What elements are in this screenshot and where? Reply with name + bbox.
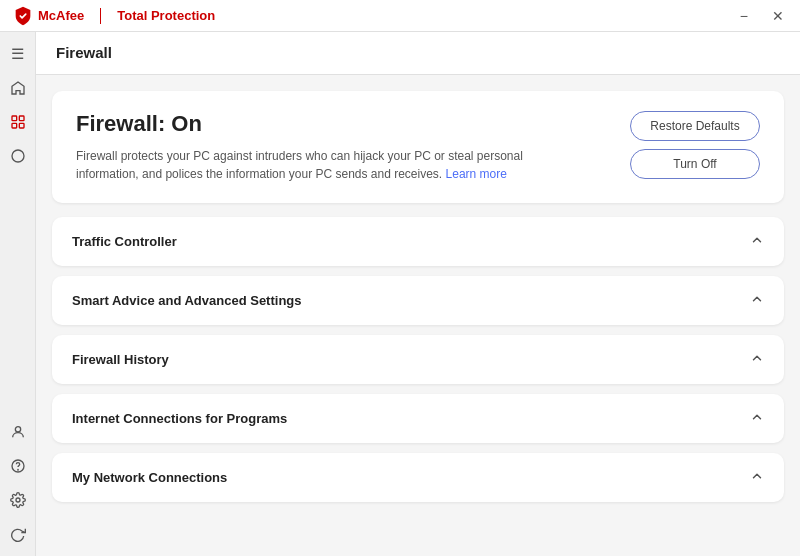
app-logo: McAfee Total Protection [12, 5, 215, 27]
accordion-section: Firewall History [52, 335, 784, 384]
sidebar-icon-help[interactable] [4, 452, 32, 480]
learn-more-link[interactable]: Learn more [446, 167, 507, 181]
page-title: Firewall [56, 44, 112, 61]
status-card-right: Restore Defaults Turn Off [630, 111, 760, 179]
window-controls: − ✕ [736, 9, 788, 23]
restore-defaults-button[interactable]: Restore Defaults [630, 111, 760, 141]
sidebar-icon-user[interactable] [4, 418, 32, 446]
sidebar-icon-grid[interactable] [4, 108, 32, 136]
svg-rect-1 [19, 116, 24, 121]
chevron-up-icon [750, 469, 764, 486]
accordion-label: My Network Connections [72, 470, 227, 485]
sidebar-icon-update[interactable] [4, 520, 32, 548]
sidebar-icon-menu[interactable]: ☰ [4, 40, 32, 68]
sidebar-icon-circle[interactable] [4, 142, 32, 170]
title-bar: McAfee Total Protection − ✕ [0, 0, 800, 32]
chevron-up-icon [750, 351, 764, 368]
accordion-header-1[interactable]: Smart Advice and Advanced Settings [52, 276, 784, 325]
mcafee-text: McAfee [38, 8, 84, 23]
svg-rect-0 [12, 116, 17, 121]
accordion-header-3[interactable]: Internet Connections for Programs [52, 394, 784, 443]
svg-rect-3 [19, 123, 24, 128]
sidebar-icon-home[interactable] [4, 74, 32, 102]
firewall-status-title: Firewall: On [76, 111, 576, 137]
svg-rect-2 [12, 123, 17, 128]
main-content: Firewall Firewall: On Firewall protects … [36, 32, 800, 556]
accordion-container: Traffic ControllerSmart Advice and Advan… [52, 217, 784, 502]
mcafee-logo: McAfee [12, 5, 84, 27]
title-divider [100, 8, 101, 24]
sidebar-icon-settings[interactable] [4, 486, 32, 514]
app-body: ☰ [0, 32, 800, 556]
svg-point-8 [16, 498, 20, 502]
chevron-up-icon [750, 410, 764, 427]
page-header: Firewall [36, 32, 800, 75]
firewall-description: Firewall protects your PC against intrud… [76, 147, 576, 183]
accordion-label: Firewall History [72, 352, 169, 367]
chevron-up-icon [750, 233, 764, 250]
accordion-header-4[interactable]: My Network Connections [52, 453, 784, 502]
svg-point-7 [17, 469, 18, 470]
minimize-button[interactable]: − [736, 9, 752, 23]
accordion-header-0[interactable]: Traffic Controller [52, 217, 784, 266]
chevron-up-icon [750, 292, 764, 309]
accordion-section: Internet Connections for Programs [52, 394, 784, 443]
mcafee-shield-icon [12, 5, 34, 27]
accordion-section: My Network Connections [52, 453, 784, 502]
accordion-label: Internet Connections for Programs [72, 411, 287, 426]
accordion-section: Traffic Controller [52, 217, 784, 266]
close-button[interactable]: ✕ [768, 9, 788, 23]
sidebar-bottom [4, 418, 32, 548]
status-card-left: Firewall: On Firewall protects your PC a… [76, 111, 576, 183]
turn-off-button[interactable]: Turn Off [630, 149, 760, 179]
accordion-label: Smart Advice and Advanced Settings [72, 293, 302, 308]
content-scroll[interactable]: Firewall: On Firewall protects your PC a… [36, 75, 800, 556]
accordion-section: Smart Advice and Advanced Settings [52, 276, 784, 325]
svg-point-4 [12, 150, 24, 162]
firewall-status-card: Firewall: On Firewall protects your PC a… [52, 91, 784, 203]
accordion-header-2[interactable]: Firewall History [52, 335, 784, 384]
accordion-label: Traffic Controller [72, 234, 177, 249]
svg-point-5 [15, 427, 20, 432]
product-name: Total Protection [117, 8, 215, 23]
sidebar: ☰ [0, 32, 36, 556]
